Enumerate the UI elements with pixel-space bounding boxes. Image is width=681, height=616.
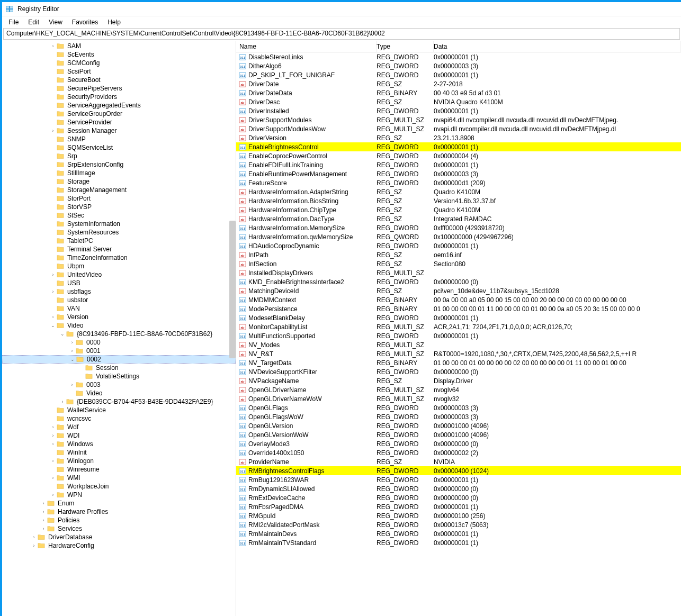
tree-item[interactable]: ›Services <box>2 524 236 533</box>
value-row[interactable]: abNVPackageNameREG_SZDisplay.Driver <box>236 376 681 385</box>
tree-item[interactable]: WalletService <box>2 406 236 414</box>
value-row[interactable]: 011DitherAlgo6REG_DWORD0x00000003 (3) <box>236 61 681 70</box>
tree-item[interactable]: ScsiPort <box>2 67 236 76</box>
value-row[interactable]: abHardwareInformation.ChipTypeREG_SZQuad… <box>236 205 681 214</box>
tree-item[interactable]: StorageManagement <box>2 186 236 194</box>
expand-icon[interactable]: › <box>40 518 47 523</box>
tree-item[interactable]: wcncsvc <box>2 414 236 423</box>
expand-icon[interactable]: › <box>50 458 56 464</box>
value-row[interactable]: 011OpenGLVersionREG_DWORD0x00001000 (409… <box>236 421 681 430</box>
value-row[interactable]: 011OpenGLVersionWoWREG_DWORD0x00001000 (… <box>236 430 681 439</box>
tree-item[interactable]: ›DriverDatabase <box>2 533 236 541</box>
tree-item[interactable]: ⌄0002 <box>2 355 236 364</box>
value-row[interactable]: 011EnableRuntimePowerManagementREG_DWORD… <box>236 169 681 178</box>
value-row[interactable]: 011RmMaintainTVStandardREG_DWORD0x000000… <box>236 538 681 547</box>
values-panel[interactable]: Name Type Data 011DisableStereoLinksREG_… <box>236 41 681 616</box>
value-row[interactable]: abHardwareInformation.DacTypeREG_SZInteg… <box>236 214 681 223</box>
value-row[interactable]: 011RmMaintainDevsREG_DWORD0x00000001 (1) <box>236 529 681 538</box>
tree-item[interactable]: StillImage <box>2 169 236 177</box>
value-row[interactable]: abDriverVersionREG_SZ23.21.13.8908 <box>236 133 681 142</box>
tree-item[interactable]: USB <box>2 279 236 287</box>
tree-item[interactable]: ⌄{8C913496-FBFD-11EC-B8A6-70CD60F31B62} <box>2 330 236 338</box>
tree-item[interactable]: Session <box>2 364 236 372</box>
expand-icon[interactable]: › <box>50 492 56 497</box>
tree-item[interactable]: ›0000 <box>2 338 236 347</box>
value-row[interactable]: 011ModePersistenceREG_BINARY01 00 00 00 … <box>236 304 681 313</box>
tree-item[interactable]: SQMServiceList <box>2 143 236 152</box>
value-row[interactable]: abInstalledDisplayDriversREG_MULTI_SZ <box>236 268 681 277</box>
value-row[interactable]: abDriverSupportModulesWowREG_MULTI_SZnva… <box>236 124 681 133</box>
menu-edit[interactable]: Edit <box>24 17 43 27</box>
value-row[interactable]: 011RMI2cValidatedPortMaskREG_DWORD0x0000… <box>236 520 681 529</box>
tree-item[interactable]: TimeZoneInformation <box>2 253 236 262</box>
expand-icon[interactable]: › <box>40 526 47 531</box>
value-row[interactable]: 011HDAudioCoprocDynamicREG_DWORD0x000000… <box>236 241 681 250</box>
menu-favorites[interactable]: Favorites <box>68 17 102 27</box>
collapse-icon[interactable]: ⌄ <box>50 323 56 328</box>
value-row[interactable]: abNV_R&TREG_MULTI_SZR&T0000=1920,1080,*,… <box>236 349 681 358</box>
collapse-icon[interactable]: ⌄ <box>69 357 76 362</box>
expand-icon[interactable]: › <box>31 543 37 548</box>
expand-icon[interactable]: › <box>50 128 56 133</box>
tree-item[interactable]: ›WDI <box>2 431 236 440</box>
tree-item[interactable]: Storage <box>2 177 236 186</box>
tree-item[interactable]: SecurityProviders <box>2 93 236 101</box>
value-row[interactable]: abDriverSupportModulesREG_MULTI_SZnvapi6… <box>236 115 681 124</box>
tree-item[interactable]: Winresume <box>2 465 236 474</box>
value-row[interactable]: 011KMD_EnableBrightnessInterface2REG_DWO… <box>236 277 681 286</box>
tree-item[interactable]: Ubpm <box>2 262 236 270</box>
expand-icon[interactable]: › <box>59 399 66 404</box>
column-header-name[interactable]: Name <box>236 41 377 52</box>
value-row[interactable]: 011ModesetBlankDelayREG_DWORD0x00000001 … <box>236 313 681 322</box>
value-row[interactable]: 011OpenGLFlagsWoWREG_DWORD0x00000003 (3) <box>236 412 681 421</box>
value-row[interactable]: 011EnableCoprocPowerControlREG_DWORD0x00… <box>236 151 681 160</box>
value-row[interactable]: 011DriverInstalledREG_DWORD0x00000001 (1… <box>236 106 681 115</box>
tree-item[interactable]: StSec <box>2 211 236 220</box>
expand-icon[interactable]: › <box>50 289 56 294</box>
tree-item[interactable]: ›{DEB039CC-B704-4F53-B43E-9DD4432FA2E9} <box>2 397 236 406</box>
menu-file[interactable]: File <box>4 17 23 27</box>
value-row[interactable]: abDriverDescREG_SZNVIDIA Quadro K4100M <box>236 97 681 106</box>
menu-help[interactable]: Help <box>103 17 125 27</box>
value-row[interactable]: 011OpenGLFlagsREG_DWORD0x00000003 (3) <box>236 403 681 412</box>
value-row[interactable]: 011NVDeviceSupportKFilterREG_DWORD0x0000… <box>236 367 681 376</box>
collapse-icon[interactable]: ⌄ <box>59 331 66 337</box>
menu-view[interactable]: View <box>44 17 67 27</box>
tree-item[interactable]: ›Policies <box>2 516 236 524</box>
value-row[interactable]: abHardwareInformation.AdapterStringREG_S… <box>236 187 681 196</box>
tree-item[interactable]: SrpExtensionConfig <box>2 160 236 169</box>
expand-icon[interactable]: › <box>50 272 56 277</box>
tree-item[interactable]: ›Winlogon <box>2 457 236 465</box>
tree-item[interactable]: WinInit <box>2 448 236 457</box>
tree-item[interactable]: ›0001 <box>2 347 236 355</box>
tree-item[interactable]: SystemInformation <box>2 220 236 228</box>
expand-icon[interactable]: › <box>50 475 56 481</box>
expand-icon[interactable]: › <box>31 535 37 540</box>
tree-item[interactable]: WorkplaceJoin <box>2 482 236 491</box>
value-row[interactable]: 011HardwareInformation.MemorySizeREG_DWO… <box>236 223 681 232</box>
value-row[interactable]: abMatchingDeviceIdREG_SZpci\ven_10de&dev… <box>236 286 681 295</box>
tree-item[interactable]: ›usbflags <box>2 287 236 296</box>
value-row[interactable]: 011RmBug1291623WARREG_DWORD0x00000001 (1… <box>236 475 681 484</box>
value-row[interactable]: abMonitorCapabilityListREG_MULTI_SZACR,2… <box>236 322 681 331</box>
tree-item[interactable]: SystemResources <box>2 228 236 237</box>
tree-item[interactable]: ›Enum <box>2 499 236 508</box>
value-row[interactable]: 011RmDynamicSLIAllowedREG_DWORD0x0000000… <box>236 484 681 493</box>
value-row[interactable]: 011FeatureScoreREG_DWORD0x000000d1 (209) <box>236 178 681 187</box>
value-row[interactable]: abOpenGLDriverNameREG_MULTI_SZnvoglv64 <box>236 385 681 394</box>
tree-item[interactable]: ›SAM <box>2 42 236 50</box>
value-row[interactable]: abOpenGLDriverNameWoWREG_MULTI_SZnvoglv3… <box>236 394 681 403</box>
tree-item[interactable]: ScEvents <box>2 50 236 59</box>
value-row[interactable]: 011OverlayMode3REG_DWORD0x00000000 (0) <box>236 439 681 448</box>
value-row[interactable]: abNV_ModesREG_MULTI_SZ <box>236 340 681 349</box>
tree-panel[interactable]: ›SAMScEventsSCMConfigScsiPortSecureBootS… <box>2 41 236 616</box>
tree-item[interactable]: Video <box>2 389 236 397</box>
expand-icon[interactable]: › <box>69 382 75 387</box>
tree-item[interactable]: TabletPC <box>2 237 236 245</box>
value-row[interactable]: 011EnableBrightnessControlREG_DWORD0x000… <box>236 142 681 151</box>
value-row[interactable]: abInfPathREG_SZoem16.inf <box>236 250 681 259</box>
tree-item[interactable]: usbstor <box>2 296 236 304</box>
value-row[interactable]: 011EnableFDIFullLinkTrainingREG_DWORD0x0… <box>236 160 681 169</box>
expand-icon[interactable]: › <box>50 441 56 447</box>
expand-icon[interactable]: › <box>50 424 56 430</box>
